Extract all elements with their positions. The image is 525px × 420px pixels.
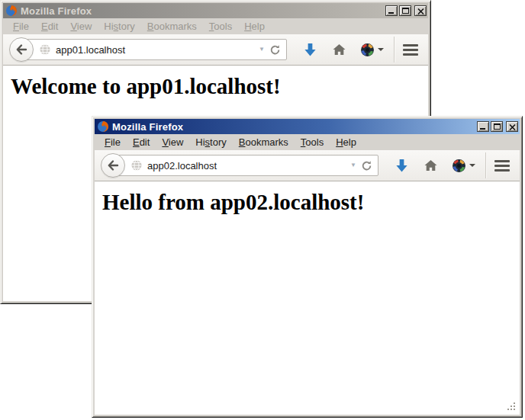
back-button[interactable] [9, 37, 34, 62]
window-title: Mozilla Firefox [112, 121, 474, 133]
menu-bookmarks[interactable]: Bookmarks [141, 19, 203, 34]
page-heading: Welcome to app01.localhost! [11, 74, 420, 99]
urlbar[interactable]: ▼ [113, 155, 378, 176]
hamburger-icon [403, 44, 418, 46]
maximize-button[interactable] [399, 5, 411, 16]
firefox-window-app02[interactable]: Mozilla Firefox File Edit View History B… [92, 116, 523, 418]
menu-history[interactable]: History [98, 19, 140, 34]
urlbar-history-dropdown-icon[interactable]: ▼ [350, 162, 356, 168]
minimize-icon [480, 128, 485, 130]
toolbar-separator [394, 37, 395, 63]
reload-button[interactable] [269, 44, 281, 56]
addon-colorwheel-button[interactable] [360, 43, 384, 57]
chevron-down-icon [378, 48, 384, 51]
menu-edit[interactable]: Edit [127, 135, 156, 149]
menu-help[interactable]: Help [238, 19, 271, 34]
menu-tools[interactable]: Tools [295, 135, 330, 149]
urlbar[interactable]: ▼ [21, 39, 287, 60]
chevron-down-icon [469, 164, 475, 167]
menu-view[interactable]: View [156, 135, 189, 149]
firefox-icon [5, 5, 18, 17]
maximize-button[interactable] [491, 121, 503, 132]
page-heading: Hello from app02.localhost! [102, 190, 512, 215]
addon-colorwheel-button[interactable] [452, 159, 475, 173]
close-icon [509, 124, 516, 130]
site-identity-globe-icon[interactable] [39, 43, 51, 56]
back-button[interactable] [101, 153, 125, 178]
back-arrow-icon [15, 43, 27, 56]
menu-panel-button[interactable] [494, 160, 510, 172]
downloads-button[interactable] [395, 158, 409, 174]
page-content: Hello from app02.localhost! [95, 181, 520, 415]
minimize-icon [388, 12, 394, 14]
url-input[interactable] [56, 44, 254, 56]
window-controls [385, 5, 427, 16]
window-title: Mozilla Firefox [21, 5, 382, 17]
colorwheel-icon [452, 159, 466, 173]
urlbar-history-dropdown-icon[interactable]: ▼ [259, 46, 265, 53]
maximize-icon [402, 8, 409, 14]
close-button[interactable] [506, 121, 518, 132]
colorwheel-icon [360, 43, 375, 57]
menubar: File Edit View History Bookmarks Tools H… [95, 134, 520, 150]
reload-button[interactable] [361, 160, 372, 172]
home-button[interactable] [332, 43, 346, 56]
home-button[interactable] [424, 159, 438, 172]
menu-bookmarks[interactable]: Bookmarks [233, 135, 295, 149]
maximize-icon [494, 123, 501, 130]
navigation-toolbar: ▼ [3, 34, 428, 66]
titlebar[interactable]: Mozilla Firefox [3, 3, 428, 18]
window-controls [477, 121, 518, 132]
downloads-button[interactable] [303, 42, 317, 58]
back-arrow-icon [107, 159, 119, 172]
close-icon [417, 8, 424, 14]
download-arrow-icon [303, 42, 317, 58]
menu-panel-button[interactable] [403, 44, 418, 56]
menu-file[interactable]: File [7, 19, 35, 34]
menu-edit[interactable]: Edit [35, 19, 64, 34]
firefox-icon [97, 120, 109, 133]
titlebar[interactable]: Mozilla Firefox [95, 119, 520, 134]
menu-history[interactable]: History [189, 135, 232, 149]
home-icon [424, 159, 438, 172]
download-arrow-icon [395, 158, 409, 174]
toolbar-separator [485, 152, 486, 178]
menu-help[interactable]: Help [330, 135, 362, 149]
url-input[interactable] [147, 160, 346, 172]
hamburger-icon [494, 160, 510, 162]
reload-icon [269, 44, 281, 56]
site-identity-globe-icon[interactable] [130, 159, 143, 172]
resize-grip[interactable] [507, 402, 517, 412]
menu-tools[interactable]: Tools [203, 19, 238, 34]
minimize-button[interactable] [477, 121, 489, 132]
menu-view[interactable]: View [64, 19, 98, 34]
home-icon [332, 43, 346, 56]
menubar: File Edit View History Bookmarks Tools H… [3, 18, 428, 34]
navigation-toolbar: ▼ [95, 150, 520, 181]
reload-icon [361, 160, 372, 172]
close-button[interactable] [414, 5, 427, 16]
minimize-button[interactable] [385, 5, 398, 16]
menu-file[interactable]: File [98, 135, 127, 149]
